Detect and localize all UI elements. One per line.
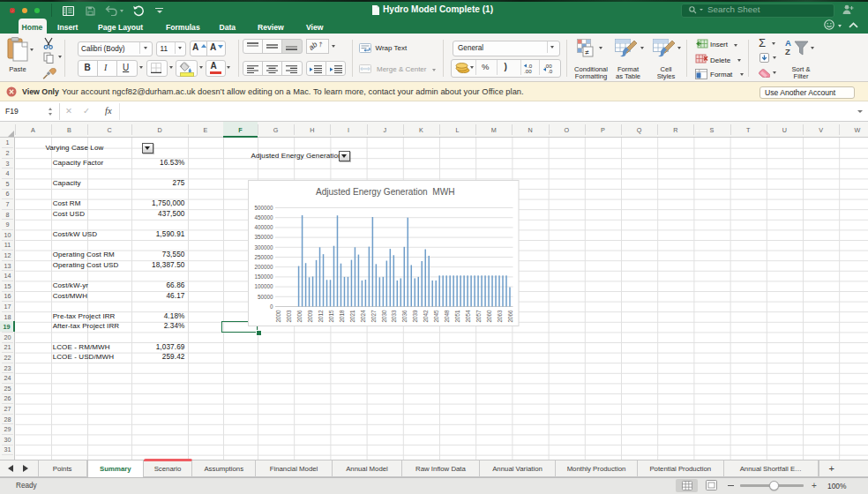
svg-text:2060: 2060 [486, 310, 492, 323]
svg-text:.00: .00 [524, 67, 532, 73]
svg-text:2045: 2045 [433, 310, 439, 323]
svg-text:500000: 500000 [255, 204, 274, 210]
svg-text:≠: ≠ [585, 49, 589, 56]
svg-text:2009: 2009 [307, 310, 313, 323]
svg-text:450000: 450000 [255, 213, 274, 220]
svg-text:2018: 2018 [339, 310, 345, 323]
svg-text:50000: 50000 [258, 293, 273, 299]
svg-text:2027: 2027 [370, 310, 377, 323]
svg-text:.0: .0 [548, 67, 553, 73]
svg-text:2063: 2063 [497, 310, 503, 323]
svg-text:2003: 2003 [286, 310, 292, 323]
svg-text:2066: 2066 [507, 310, 513, 323]
svg-text:2030: 2030 [381, 310, 387, 323]
svg-text:2048: 2048 [444, 310, 450, 323]
svg-text:300000: 300000 [255, 243, 274, 250]
svg-text:2024: 2024 [360, 310, 366, 323]
svg-text:2006: 2006 [296, 310, 303, 323]
svg-text:0: 0 [270, 303, 273, 309]
svg-text:2057: 2057 [475, 310, 482, 323]
svg-text:100000: 100000 [255, 283, 274, 289]
svg-text:250000: 250000 [255, 253, 274, 259]
svg-text:200000: 200000 [255, 263, 274, 269]
svg-text:150000: 150000 [255, 273, 274, 280]
svg-text:2054: 2054 [465, 310, 471, 323]
svg-text:2036: 2036 [401, 310, 408, 323]
svg-text:350000: 350000 [255, 234, 274, 240]
svg-text:2042: 2042 [423, 310, 429, 323]
svg-text:2033: 2033 [391, 310, 397, 323]
svg-text:2000: 2000 [275, 310, 281, 323]
svg-text:2021: 2021 [349, 310, 355, 323]
svg-text:400000: 400000 [255, 224, 274, 230]
svg-text:Adjusted Energy Generation MW: Adjusted Energy Generation MWH [316, 187, 455, 197]
svg-text:2039: 2039 [412, 310, 418, 323]
svg-text:2051: 2051 [454, 310, 460, 323]
svg-text:2012: 2012 [318, 310, 324, 323]
svg-text:2015: 2015 [328, 310, 334, 323]
